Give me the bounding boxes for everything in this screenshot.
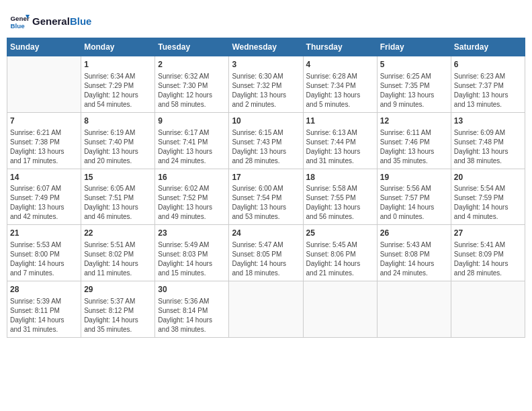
day-number: 14 <box>10 172 78 183</box>
day-info: Sunrise: 5:36 AM Sunset: 8:14 PM Dayligh… <box>158 297 226 334</box>
day-number: 7 <box>10 116 78 127</box>
day-header-monday: Monday <box>81 38 155 56</box>
calendar-cell: 27Sunrise: 5:41 AM Sunset: 8:09 PM Dayli… <box>451 225 525 281</box>
day-number: 16 <box>158 172 226 183</box>
day-number: 17 <box>232 172 300 183</box>
day-number: 25 <box>306 228 374 239</box>
calendar-cell: 1Sunrise: 6:34 AM Sunset: 7:29 PM Daylig… <box>81 56 155 113</box>
calendar-cell: 20Sunrise: 5:54 AM Sunset: 7:59 PM Dayli… <box>451 169 525 225</box>
day-info: Sunrise: 6:09 AM Sunset: 7:48 PM Dayligh… <box>454 128 522 166</box>
calendar-cell: 2Sunrise: 6:32 AM Sunset: 7:30 PM Daylig… <box>155 56 229 113</box>
calendar-cell: 8Sunrise: 6:19 AM Sunset: 7:40 PM Daylig… <box>81 112 155 169</box>
day-info: Sunrise: 6:30 AM Sunset: 7:32 PM Dayligh… <box>232 72 300 109</box>
day-number: 4 <box>306 59 374 71</box>
day-info: Sunrise: 5:43 AM Sunset: 8:08 PM Dayligh… <box>380 240 448 278</box>
logo-text: GeneralBlue <box>32 15 91 27</box>
day-number: 22 <box>84 228 152 239</box>
day-number: 24 <box>232 228 300 239</box>
calendar-cell: 24Sunrise: 5:47 AM Sunset: 8:05 PM Dayli… <box>229 225 303 281</box>
day-number: 2 <box>158 59 226 71</box>
calendar-cell: 9Sunrise: 6:17 AM Sunset: 7:41 PM Daylig… <box>155 112 229 169</box>
day-number: 21 <box>10 228 78 239</box>
day-info: Sunrise: 5:56 AM Sunset: 7:57 PM Dayligh… <box>380 184 448 222</box>
day-info: Sunrise: 6:21 AM Sunset: 7:38 PM Dayligh… <box>10 128 78 166</box>
calendar-cell: 23Sunrise: 5:49 AM Sunset: 8:03 PM Dayli… <box>155 225 229 281</box>
day-header-thursday: Thursday <box>303 38 377 56</box>
calendar-cell: 16Sunrise: 6:02 AM Sunset: 7:52 PM Dayli… <box>155 169 229 225</box>
day-info: Sunrise: 6:00 AM Sunset: 7:54 PM Dayligh… <box>232 184 300 222</box>
calendar-cell: 19Sunrise: 5:56 AM Sunset: 7:57 PM Dayli… <box>377 169 451 225</box>
calendar-cell: 6Sunrise: 6:23 AM Sunset: 7:37 PM Daylig… <box>451 56 525 113</box>
logo: General Blue GeneralBlue <box>9 11 91 31</box>
day-number: 26 <box>380 228 448 239</box>
calendar-cell <box>377 281 451 338</box>
calendar-cell: 12Sunrise: 6:11 AM Sunset: 7:46 PM Dayli… <box>377 112 451 169</box>
calendar-cell: 13Sunrise: 6:09 AM Sunset: 7:48 PM Dayli… <box>451 112 525 169</box>
day-info: Sunrise: 6:07 AM Sunset: 7:49 PM Dayligh… <box>10 184 78 222</box>
day-info: Sunrise: 6:02 AM Sunset: 7:52 PM Dayligh… <box>158 184 226 222</box>
day-number: 23 <box>158 228 226 239</box>
day-number: 30 <box>158 284 226 295</box>
day-number: 1 <box>84 59 152 71</box>
day-info: Sunrise: 6:15 AM Sunset: 7:43 PM Dayligh… <box>232 128 300 166</box>
day-info: Sunrise: 5:53 AM Sunset: 8:00 PM Dayligh… <box>10 240 78 278</box>
calendar-cell: 21Sunrise: 5:53 AM Sunset: 8:00 PM Dayli… <box>7 225 81 281</box>
day-info: Sunrise: 5:45 AM Sunset: 8:06 PM Dayligh… <box>306 240 374 278</box>
day-info: Sunrise: 5:49 AM Sunset: 8:03 PM Dayligh… <box>158 240 226 278</box>
calendar-cell: 7Sunrise: 6:21 AM Sunset: 7:38 PM Daylig… <box>7 112 81 169</box>
calendar-cell: 4Sunrise: 6:28 AM Sunset: 7:34 PM Daylig… <box>303 56 377 113</box>
calendar-cell <box>7 56 81 113</box>
calendar-cell <box>229 281 303 338</box>
day-number: 28 <box>10 284 78 295</box>
day-info: Sunrise: 5:47 AM Sunset: 8:05 PM Dayligh… <box>232 240 300 278</box>
day-number: 11 <box>306 116 374 127</box>
day-number: 8 <box>84 116 152 127</box>
day-number: 18 <box>306 172 374 183</box>
page-header: General Blue GeneralBlue <box>7 7 525 35</box>
calendar-cell: 18Sunrise: 5:58 AM Sunset: 7:55 PM Dayli… <box>303 169 377 225</box>
day-number: 29 <box>84 284 152 295</box>
day-info: Sunrise: 6:25 AM Sunset: 7:35 PM Dayligh… <box>380 72 448 109</box>
calendar-cell <box>303 281 377 338</box>
calendar-cell <box>451 281 525 338</box>
day-info: Sunrise: 6:13 AM Sunset: 7:44 PM Dayligh… <box>306 128 374 166</box>
day-number: 6 <box>454 59 522 71</box>
day-info: Sunrise: 6:28 AM Sunset: 7:34 PM Dayligh… <box>306 72 374 109</box>
day-number: 15 <box>84 172 152 183</box>
logo-icon: General Blue <box>9 11 30 31</box>
calendar-table: SundayMondayTuesdayWednesdayThursdayFrid… <box>7 38 525 338</box>
day-info: Sunrise: 6:23 AM Sunset: 7:37 PM Dayligh… <box>454 72 522 109</box>
day-number: 5 <box>380 59 448 71</box>
day-header-friday: Friday <box>377 38 451 56</box>
day-info: Sunrise: 5:37 AM Sunset: 8:12 PM Dayligh… <box>84 297 152 334</box>
calendar-cell: 17Sunrise: 6:00 AM Sunset: 7:54 PM Dayli… <box>229 169 303 225</box>
calendar-cell: 5Sunrise: 6:25 AM Sunset: 7:35 PM Daylig… <box>377 56 451 113</box>
day-info: Sunrise: 5:58 AM Sunset: 7:55 PM Dayligh… <box>306 184 374 222</box>
day-number: 9 <box>158 116 226 127</box>
day-number: 19 <box>380 172 448 183</box>
day-info: Sunrise: 5:39 AM Sunset: 8:11 PM Dayligh… <box>10 297 78 334</box>
svg-text:Blue: Blue <box>11 22 26 30</box>
calendar-cell: 15Sunrise: 6:05 AM Sunset: 7:51 PM Dayli… <box>81 169 155 225</box>
day-info: Sunrise: 6:17 AM Sunset: 7:41 PM Dayligh… <box>158 128 226 166</box>
calendar-cell: 26Sunrise: 5:43 AM Sunset: 8:08 PM Dayli… <box>377 225 451 281</box>
calendar-cell: 11Sunrise: 6:13 AM Sunset: 7:44 PM Dayli… <box>303 112 377 169</box>
calendar-cell: 29Sunrise: 5:37 AM Sunset: 8:12 PM Dayli… <box>81 281 155 338</box>
calendar-cell: 28Sunrise: 5:39 AM Sunset: 8:11 PM Dayli… <box>7 281 81 338</box>
calendar-cell: 3Sunrise: 6:30 AM Sunset: 7:32 PM Daylig… <box>229 56 303 113</box>
day-number: 3 <box>232 59 300 71</box>
day-info: Sunrise: 6:34 AM Sunset: 7:29 PM Dayligh… <box>84 72 152 109</box>
day-header-saturday: Saturday <box>451 38 525 56</box>
calendar-cell: 25Sunrise: 5:45 AM Sunset: 8:06 PM Dayli… <box>303 225 377 281</box>
calendar-cell: 14Sunrise: 6:07 AM Sunset: 7:49 PM Dayli… <box>7 169 81 225</box>
day-number: 27 <box>454 228 522 239</box>
day-number: 10 <box>232 116 300 127</box>
day-info: Sunrise: 6:32 AM Sunset: 7:30 PM Dayligh… <box>158 72 226 109</box>
calendar-cell: 30Sunrise: 5:36 AM Sunset: 8:14 PM Dayli… <box>155 281 229 338</box>
day-header-sunday: Sunday <box>7 38 81 56</box>
day-info: Sunrise: 5:51 AM Sunset: 8:02 PM Dayligh… <box>84 240 152 278</box>
day-info: Sunrise: 6:11 AM Sunset: 7:46 PM Dayligh… <box>380 128 448 166</box>
day-info: Sunrise: 6:05 AM Sunset: 7:51 PM Dayligh… <box>84 184 152 222</box>
day-header-tuesday: Tuesday <box>155 38 229 56</box>
calendar-cell: 10Sunrise: 6:15 AM Sunset: 7:43 PM Dayli… <box>229 112 303 169</box>
